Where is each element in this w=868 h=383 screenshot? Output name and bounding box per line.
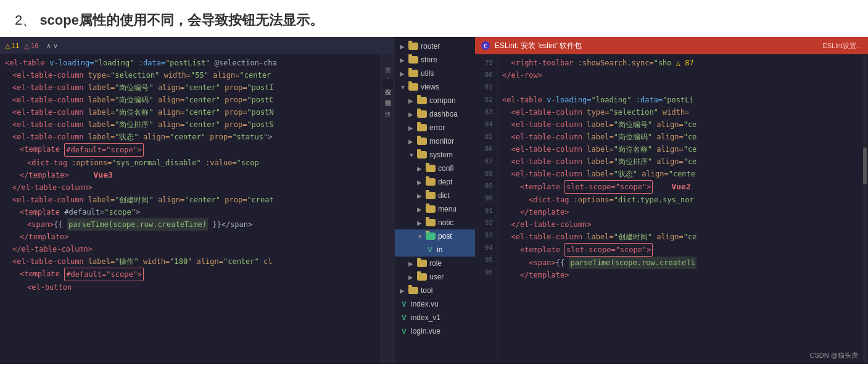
tree-item-label: utils (421, 69, 434, 78)
parse-time-highlight: parseTime(scope.row.createTime) (67, 218, 208, 231)
tree-item-system[interactable]: ▼ system (395, 148, 475, 162)
scroll-bar[interactable] (863, 54, 867, 364)
folder-icon (408, 56, 418, 64)
right-code-line: </template> (502, 269, 863, 281)
tree-arrow: ▶ (400, 43, 408, 50)
right-code-line: <el-table-column type="selection" width= (502, 106, 863, 118)
folder-icon (426, 233, 436, 240)
folder-icon (426, 205, 436, 213)
folder-icon (408, 70, 418, 77)
right-code-line: </template> (502, 206, 863, 218)
scroll-thumb[interactable] (863, 147, 867, 184)
folder-icon (417, 138, 427, 145)
tree-item-label: menu (438, 205, 457, 213)
tree-item-label: compon (429, 96, 456, 105)
vue-file-icon: V (400, 300, 408, 308)
folder-icon (408, 287, 418, 294)
side-tab-2[interactable]: 文 (382, 68, 393, 78)
tree-item-dept[interactable]: ▶ dept (395, 175, 475, 189)
code-line: <el-table-column label="状态" align="cente… (12, 131, 378, 143)
tree-item-login[interactable]: V login.vue (395, 324, 475, 338)
tree-item-index-v1[interactable]: V index_v1 (395, 311, 475, 324)
right-code-line: <template slot-scope="scope"> (502, 243, 863, 257)
tree-item-label: views (421, 83, 439, 91)
warning-badge: △ 11 (5, 42, 19, 50)
tree-item-notic[interactable]: ▶ notic (395, 216, 475, 229)
right-code-line: </el-table-column> (502, 218, 863, 231)
tree-arrow: ▶ (400, 287, 408, 294)
tree-item-post[interactable]: ▼ post (395, 229, 475, 243)
tree-arrow: ▼ (400, 84, 408, 91)
folder-icon (417, 124, 427, 131)
tree-item-label: login.vue (411, 327, 440, 336)
eslint-icon: E (481, 41, 490, 50)
tree-item-router[interactable]: ▶ router (395, 39, 475, 53)
file-tree-panel: ▶ router ▶ store ▶ utils ▼ views ▶ (395, 37, 475, 364)
tree-item-label: confi (438, 164, 453, 173)
tree-arrow: ▶ (417, 206, 426, 213)
code-line: <el-table-column label="创建时间" align="cen… (12, 194, 378, 206)
code-line: <el-table-column label="操作" width="180" … (12, 255, 378, 268)
line-numbers: 79 80 81 82 83 84 85 86 87 88 89 90 91 9… (475, 54, 497, 364)
tree-item-tool[interactable]: ▶ tool (395, 284, 475, 297)
tree-item-dashboa[interactable]: ▶ dashboa (395, 107, 475, 121)
tree-item-label: role (429, 259, 442, 268)
tree-arrow: ▶ (400, 70, 408, 77)
tree-arrow: ▶ (417, 192, 426, 199)
folder-icon (426, 192, 436, 199)
slot-scope-highlight-1: slot-scope="scope"> (564, 180, 653, 194)
side-tab-4[interactable]: 控制器 (382, 90, 393, 100)
folder-icon (417, 260, 427, 267)
tree-item-user[interactable]: ▶ user (395, 270, 475, 284)
tree-item-menu[interactable]: ▶ menu (395, 202, 475, 216)
folder-icon (417, 97, 427, 104)
vue-file-icon: V (400, 327, 408, 336)
side-tab-5[interactable]: 终 (382, 101, 393, 111)
tree-arrow: ▶ (417, 220, 426, 226)
right-code-line: <span> {{ parseTime(scope.row.createTi (502, 257, 863, 269)
tree-item-error[interactable]: ▶ error (395, 121, 475, 134)
left-panel-header: △ 11 △ 16 ∧ ∨ (0, 37, 395, 54)
right-code-line (502, 81, 863, 94)
page-title: 2、 scope属性的使用不同，会导致按钮无法显示。 (0, 0, 868, 37)
code-line: <el-button (27, 281, 378, 294)
folder-icon (417, 273, 427, 281)
side-tab-3[interactable]: 搜 (382, 79, 393, 89)
code-line: </template> Vue3 (20, 169, 378, 181)
tree-item-dict[interactable]: ▶ dict (395, 189, 475, 202)
content-area: △ 11 △ 16 ∧ ∨ <el-table v-loading="loadi… (0, 37, 868, 364)
tree-item-label: post (438, 232, 452, 241)
code-line: <el-table v-loading="loading" :data="pos… (5, 57, 378, 69)
tree-item-monitor[interactable]: ▶ monitor (395, 134, 475, 148)
code-line: <span> {{ parseTime(scope.row.createTime… (27, 218, 378, 231)
right-code-line: <el-table-column label="岗位编号" align="ce (502, 118, 863, 131)
tree-arrow: ▼ (408, 152, 417, 159)
tree-arrow: ▶ (408, 111, 417, 118)
left-code-panel: △ 11 △ 16 ∧ ∨ <el-table v-loading="loadi… (0, 37, 395, 364)
tree-item-label: dept (438, 178, 452, 186)
tree-arrow: ▶ (408, 138, 417, 145)
right-code-lines: <right-toolbar :showSearch.sync="sho △ 8… (497, 54, 868, 364)
eslint-settings-link[interactable]: ESLint设置... (822, 41, 862, 51)
tree-item-views[interactable]: ▼ views (395, 80, 475, 94)
tree-item-label: monitor (429, 137, 454, 146)
tree-item-utils[interactable]: ▶ utils (395, 67, 475, 80)
code-line: <el-table-column label="岗位排序" align="cen… (12, 118, 378, 131)
tree-item-store[interactable]: ▶ store (395, 53, 475, 67)
tree-item-confi[interactable]: ▶ confi (395, 162, 475, 175)
slot-scope-highlight-2: slot-scope="scope"> (564, 243, 653, 257)
tree-item-index-vue1[interactable]: V index.vu (395, 297, 475, 311)
right-code-line: <el-table-column label="岗位编码" align="ce (502, 131, 863, 143)
vue2-label: Vue2 (671, 181, 690, 193)
nav-arrows[interactable]: ∧ ∨ (46, 42, 58, 50)
folder-icon (408, 83, 418, 91)
side-tab-1[interactable]: 资 (382, 57, 393, 67)
code-line: </el-table-column> (12, 243, 378, 255)
tree-item-label: error (429, 123, 445, 132)
code-line: <el-table-column label="岗位编号" align="cen… (12, 81, 378, 94)
right-code-line: <el-table-column label="岗位排序" align="ce (502, 155, 863, 168)
tree-item-compon[interactable]: ▶ compon (395, 94, 475, 107)
tree-arrow: ▶ (408, 125, 417, 131)
tree-item-role[interactable]: ▶ role (395, 257, 475, 270)
tree-item-index-vue[interactable]: V in (395, 243, 475, 257)
